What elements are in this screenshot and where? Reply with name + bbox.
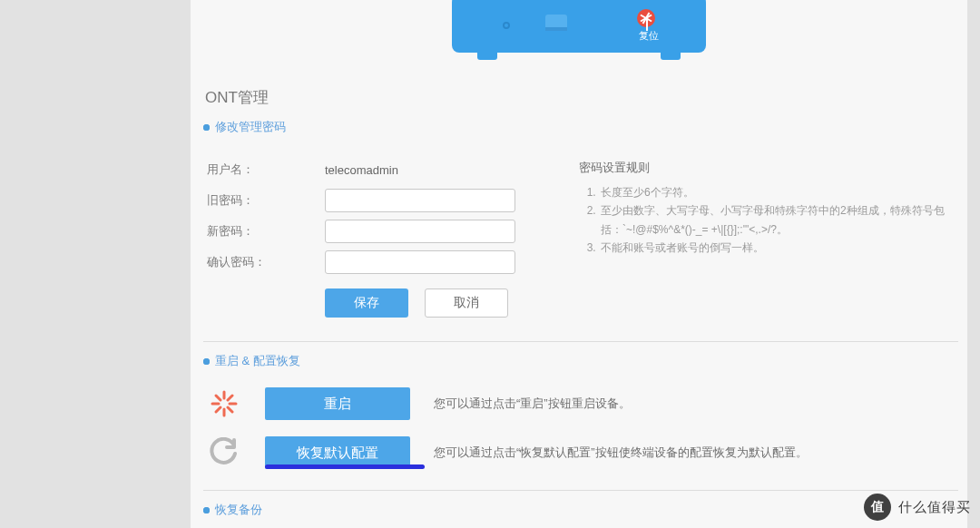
svg-line-4 bbox=[216, 396, 220, 400]
password-rules: 密码设置规则 长度至少6个字符。 至少由数字、大写字母、小写字母和特殊字符中的2… bbox=[579, 154, 958, 328]
rules-title: 密码设置规则 bbox=[579, 158, 958, 178]
rule-item: 不能和账号或者账号的倒写一样。 bbox=[599, 239, 958, 257]
rule-item: 至少由数字、大写字母、小写字母和特殊字符中的2种组成，特殊符号包括：`~!@#$… bbox=[599, 201, 958, 239]
page-title: ONT管理 bbox=[203, 83, 958, 117]
watermark-text: 什么值得买 bbox=[898, 499, 971, 516]
restart-burst-icon bbox=[207, 386, 241, 421]
section-title-restart: 重启 & 配置恢复 bbox=[215, 353, 300, 369]
device-illustration: 复位 bbox=[452, 0, 706, 53]
username-label: 用户名： bbox=[207, 161, 325, 178]
section-title-password: 修改管理密码 bbox=[215, 119, 286, 135]
restore-refresh-icon bbox=[207, 435, 241, 470]
save-button[interactable]: 保存 bbox=[325, 288, 408, 318]
restart-button[interactable]: 重启 bbox=[265, 387, 410, 420]
section-header-restart: 重启 & 配置恢复 bbox=[203, 351, 958, 379]
cancel-button[interactable]: 取消 bbox=[425, 288, 508, 318]
device-reset-icon bbox=[637, 9, 655, 27]
main-panel: 复位 ONT管理 修改管理密码 用户名： telecomadmin 旧密码： bbox=[191, 0, 967, 528]
svg-line-6 bbox=[228, 396, 232, 400]
watermark-badge-icon: 值 bbox=[864, 494, 891, 521]
watermark: 值 什么值得买 bbox=[864, 494, 971, 521]
svg-line-5 bbox=[228, 407, 232, 412]
bullet-icon bbox=[203, 507, 210, 513]
username-value: telecomadmin bbox=[325, 163, 398, 177]
device-reset-label: 复位 bbox=[639, 29, 659, 43]
rule-item: 长度至少6个字符。 bbox=[599, 183, 958, 201]
device-port-icon bbox=[545, 15, 567, 31]
section-header-backup: 恢复备份 bbox=[203, 500, 958, 528]
annotation-underline bbox=[265, 464, 425, 469]
bullet-icon bbox=[203, 358, 210, 365]
new-password-input[interactable] bbox=[325, 220, 515, 243]
restart-description: 您可以通过点击“重启”按钮重启设备。 bbox=[434, 396, 631, 412]
svg-line-7 bbox=[216, 407, 220, 412]
restore-description: 您可以通过点击“恢复默认配置”按钮使终端设备的配置恢复为默认配置。 bbox=[434, 445, 808, 461]
device-led-icon bbox=[503, 22, 510, 29]
section-header-password: 修改管理密码 bbox=[203, 117, 958, 145]
confirm-password-label: 确认密码： bbox=[207, 254, 325, 270]
new-password-label: 新密码： bbox=[207, 223, 325, 240]
old-password-label: 旧密码： bbox=[207, 192, 325, 209]
old-password-input[interactable] bbox=[325, 189, 515, 212]
bullet-icon bbox=[203, 124, 210, 131]
section-title-backup: 恢复备份 bbox=[215, 502, 262, 518]
confirm-password-input[interactable] bbox=[325, 250, 515, 274]
